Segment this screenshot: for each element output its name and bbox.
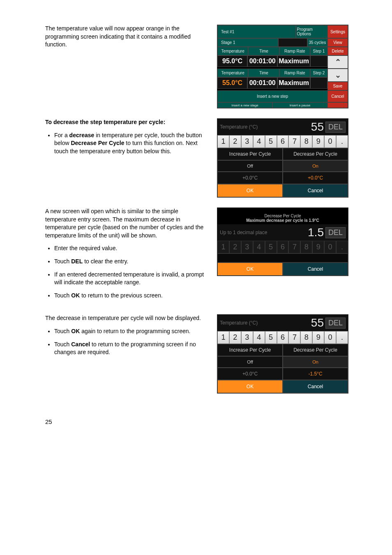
kp3-key-2[interactable]: 2: [229, 331, 241, 344]
kp3-del-button[interactable]: DEL: [325, 318, 346, 329]
kp1-dec-on-button[interactable]: On: [283, 160, 348, 172]
insert-step-button[interactable]: Insert a new step: [217, 90, 327, 102]
kp2-ok-button[interactable]: OK: [217, 263, 283, 276]
decrease-heading: To decrease the step temperature per cyc…: [45, 119, 165, 125]
kp2-key-4[interactable]: 4: [253, 241, 265, 253]
test-title: Test #1: [217, 25, 296, 38]
kp2-key-2[interactable]: 2: [229, 241, 241, 253]
kp3-key-1[interactable]: 1: [217, 331, 229, 344]
keypad-panel-1: Temperature (°C) 55 DEL 1 2 3 4 5 6 7 8 …: [217, 118, 348, 198]
kp3-key-0[interactable]: 0: [324, 331, 336, 344]
settings-button[interactable]: Settings: [327, 25, 348, 38]
kp2-key-1[interactable]: 1: [217, 241, 229, 253]
kp3-key-3[interactable]: 3: [241, 331, 253, 344]
row-decrease-heading: To decrease the step temperature per cyc…: [45, 118, 371, 198]
step2-temp-button[interactable]: 55.0°C: [217, 77, 247, 89]
kp3-value: 55: [311, 316, 324, 329]
key-1[interactable]: 1: [217, 135, 229, 148]
key-dot[interactable]: .: [336, 135, 348, 148]
key-5[interactable]: 5: [265, 135, 277, 148]
kp1-value: 55: [311, 120, 324, 134]
up-arrow-button[interactable]: ⌃: [327, 55, 348, 69]
kp2-key-0[interactable]: 0: [324, 241, 336, 253]
down-arrow-button[interactable]: ⌄: [327, 69, 348, 82]
kp3-key-4[interactable]: 4: [253, 331, 265, 344]
kp1-cancel-button[interactable]: Cancel: [283, 184, 348, 197]
insert-pause-button[interactable]: Insert a pause: [272, 102, 327, 108]
bullet-ok-again: Touch OK again to return to the programm…: [54, 327, 210, 336]
step2-spacer: [310, 77, 327, 89]
insert-stage-button[interactable]: Insert a new stage: [217, 102, 272, 108]
key-0[interactable]: 0: [324, 135, 336, 148]
kp3-key-9[interactable]: 9: [312, 331, 324, 344]
cycles-button[interactable]: 35 cycles: [307, 38, 327, 47]
kp3-key-5[interactable]: 5: [265, 331, 277, 344]
footer-spacer: [327, 102, 348, 108]
kp1-dec-value-button[interactable]: +0.0°C: [283, 172, 348, 184]
step1-ramp-button[interactable]: Maximum: [277, 55, 310, 67]
kp2-key-5[interactable]: 5: [265, 241, 277, 253]
cancel-button[interactable]: Cancel: [327, 90, 348, 102]
row-result: The decrease in temperature per cycle wi…: [45, 314, 371, 394]
col-ramp-2: Ramp Rate: [279, 69, 310, 77]
kp3-inc-off-button[interactable]: Off: [217, 356, 283, 368]
kp3-dec-header: Decrease Per Cycle: [283, 344, 348, 356]
kp1-del-button[interactable]: DEL: [325, 122, 346, 133]
key-4[interactable]: 4: [253, 135, 265, 148]
page-number: 25: [45, 418, 371, 425]
delete-button[interactable]: Delete: [327, 47, 348, 55]
program-options-button[interactable]: Program Options: [296, 25, 327, 38]
entry-paragraph: A new screen will open which is similar …: [45, 207, 210, 240]
col-time: Time: [248, 47, 279, 55]
kp2-key-8[interactable]: 8: [300, 241, 312, 253]
kp2-key-dot[interactable]: .: [336, 241, 348, 253]
stage-label: Stage 1: [217, 38, 278, 47]
bullet-cancel: Touch Cancel to return to the programmin…: [54, 341, 210, 357]
kp3-key-6[interactable]: 6: [277, 331, 289, 344]
kp3-inc-value-button[interactable]: +0.0°C: [217, 368, 283, 380]
step2-time-button[interactable]: 00:01:00: [247, 77, 277, 89]
kp2-spacer: [217, 253, 348, 263]
step1-temp-button[interactable]: 95.0°C: [217, 55, 247, 67]
row-intro: The temperature value will now appear or…: [45, 25, 371, 108]
save-button[interactable]: Save: [327, 82, 348, 90]
key-7[interactable]: 7: [288, 135, 300, 148]
step1-spacer: [310, 55, 327, 67]
kp1-inc-off-button[interactable]: Off: [217, 160, 283, 172]
kp3-key-dot[interactable]: .: [336, 331, 348, 344]
kp2-header: Decrease Per Cycle Maximum decrease per …: [217, 208, 348, 224]
keypad-panel-3: Temperature (°C) 55 DEL 1 2 3 4 5 6 7 8 …: [217, 314, 348, 394]
key-9[interactable]: 9: [312, 135, 324, 148]
kp2-label: Up to 1 decimal place: [220, 230, 308, 235]
kp3-cancel-button[interactable]: Cancel: [283, 380, 348, 393]
kp2-key-6[interactable]: 6: [277, 241, 289, 253]
kp2-key-7[interactable]: 7: [288, 241, 300, 253]
kp1-ok-button[interactable]: OK: [217, 184, 283, 197]
view-button[interactable]: View: [327, 38, 348, 47]
kp3-ok-button[interactable]: OK: [217, 380, 283, 393]
kp2-key-3[interactable]: 3: [241, 241, 253, 253]
kp3-key-8[interactable]: 8: [300, 331, 312, 344]
bullet-enter-value: Enter the required value.: [54, 244, 210, 253]
kp2-key-9[interactable]: 9: [312, 241, 324, 253]
col-temp: Temperature: [217, 47, 248, 55]
step1-time-button[interactable]: 00:01:00: [247, 55, 277, 67]
kp2-cancel-button[interactable]: Cancel: [283, 263, 348, 276]
kp3-dec-value-button[interactable]: -1.5°C: [283, 368, 348, 380]
text-block: The temperature value will now appear or…: [45, 25, 210, 54]
bullet-del: Touch DEL to clear the entry.: [54, 258, 210, 266]
col-time-2: Time: [248, 69, 279, 77]
key-3[interactable]: 3: [241, 135, 253, 148]
step2-ramp-button[interactable]: Maximum: [277, 77, 310, 89]
kp3-inc-header: Increase Per Cycle: [217, 344, 283, 356]
kp2-del-button[interactable]: DEL: [325, 227, 346, 238]
stage-spacer: [278, 38, 307, 47]
key-8[interactable]: 8: [300, 135, 312, 148]
kp3-key-7[interactable]: 7: [288, 331, 300, 344]
key-6[interactable]: 6: [277, 135, 289, 148]
key-2[interactable]: 2: [229, 135, 241, 148]
bullet-invalid: If an entered decremented temperature is…: [54, 271, 210, 287]
kp3-dec-on-button[interactable]: On: [283, 356, 348, 368]
keypad-panel-2: Decrease Per Cycle Maximum decrease per …: [217, 207, 348, 276]
kp1-inc-value-button[interactable]: +0.0°C: [217, 172, 283, 184]
